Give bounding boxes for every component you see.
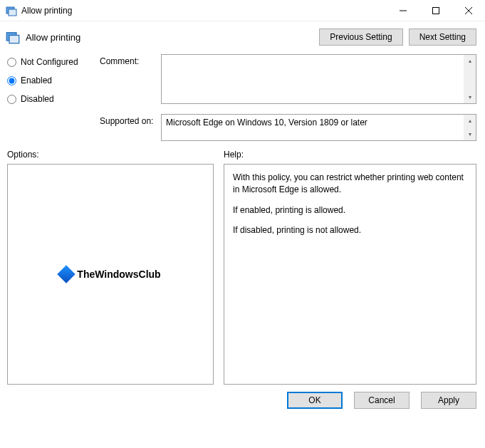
scroll-up-icon[interactable]: ▴ (464, 55, 476, 67)
supported-row: Supported on: ▴ ▾ (100, 114, 476, 141)
ok-button[interactable]: OK (287, 392, 343, 409)
comment-field-wrap: ▴ ▾ (161, 54, 476, 104)
radio-not-configured-label: Not Configured (21, 57, 78, 67)
help-paragraph: If enabled, printing is allowed. (233, 204, 467, 217)
options-label: Options: (7, 150, 214, 160)
help-panel: With this policy, you can restrict wheth… (224, 164, 476, 385)
radio-disabled-input[interactable] (7, 95, 16, 104)
help-paragraph: If disabled, printing is not allowed. (233, 224, 467, 236)
panels: Options: TheWindowsClub Help: With this … (0, 145, 485, 385)
page-title: Allow printing (26, 32, 80, 43)
options-column: Options: TheWindowsClub (7, 150, 214, 385)
minimize-button[interactable] (387, 0, 419, 21)
svg-rect-1 (9, 9, 16, 16)
supported-label: Supported on: (100, 114, 155, 141)
watermark-text: TheWindowsClub (77, 269, 160, 280)
comment-label: Comment: (100, 54, 155, 104)
controls-area: Not Configured Enabled Disabled Comment:… (0, 51, 485, 145)
watermark-logo-icon (58, 265, 75, 283)
svg-rect-3 (433, 7, 439, 14)
next-setting-button[interactable]: Next Setting (409, 28, 476, 46)
supported-field-wrap: ▴ ▾ (161, 114, 476, 141)
radio-not-configured[interactable]: Not Configured (7, 57, 91, 67)
supported-scrollbar[interactable]: ▴ ▾ (464, 115, 476, 140)
maximize-button[interactable] (419, 0, 452, 21)
header: Allow printing Previous Setting Next Set… (0, 21, 485, 51)
supported-field (162, 115, 464, 140)
comment-field[interactable] (162, 55, 464, 103)
radio-disabled[interactable]: Disabled (7, 94, 91, 104)
help-label: Help: (224, 150, 476, 160)
radio-enabled[interactable]: Enabled (7, 75, 91, 85)
scroll-down-icon[interactable]: ▾ (464, 128, 476, 140)
comment-row: Comment: ▴ ▾ (100, 54, 476, 104)
apply-button[interactable]: Apply (421, 392, 476, 409)
radio-enabled-input[interactable] (7, 76, 16, 85)
radio-enabled-label: Enabled (21, 75, 52, 85)
scroll-down-icon[interactable]: ▾ (464, 91, 476, 103)
previous-setting-button[interactable]: Previous Setting (319, 28, 402, 46)
svg-rect-7 (9, 36, 19, 43)
policy-icon (6, 30, 20, 44)
policy-icon (6, 5, 17, 16)
window-title: Allow printing (21, 6, 72, 16)
cancel-button[interactable]: Cancel (354, 392, 410, 409)
radio-disabled-label: Disabled (21, 94, 54, 104)
help-column: Help: With this policy, you can restrict… (224, 150, 476, 385)
scroll-up-icon[interactable]: ▴ (464, 115, 476, 127)
footer: OK Cancel Apply (0, 385, 485, 409)
help-text: With this policy, you can restrict wheth… (224, 165, 476, 252)
state-radios: Not Configured Enabled Disabled (7, 54, 91, 141)
comment-scrollbar[interactable]: ▴ ▾ (464, 55, 476, 103)
options-panel: TheWindowsClub (7, 164, 214, 385)
close-button[interactable] (452, 0, 485, 21)
right-fields: Comment: ▴ ▾ Supported on: ▴ ▾ (100, 54, 476, 141)
help-paragraph: With this policy, you can restrict wheth… (233, 172, 467, 196)
watermark: TheWindowsClub (60, 268, 160, 281)
radio-not-configured-input[interactable] (7, 58, 16, 67)
titlebar: Allow printing (0, 0, 485, 21)
